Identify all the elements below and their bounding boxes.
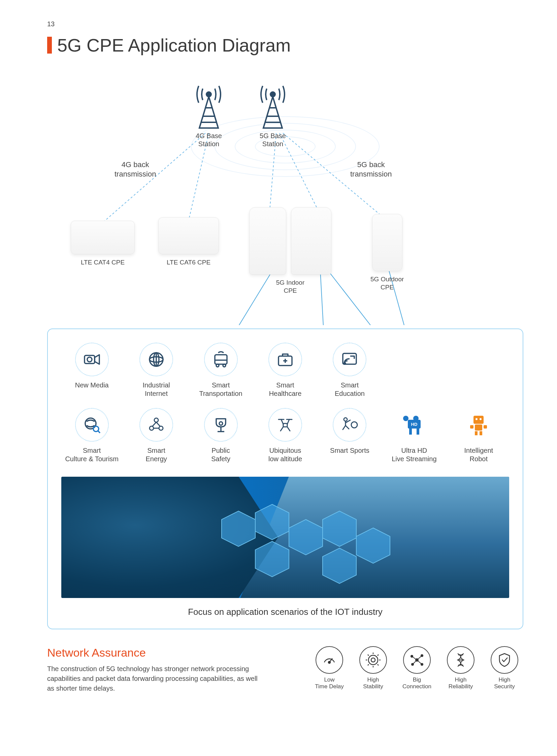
device-label: 5G OutdoorCPE bbox=[371, 275, 404, 291]
cpe-tower-icon bbox=[291, 207, 331, 275]
svg-line-39 bbox=[156, 422, 160, 426]
assurance-label: HighStability bbox=[363, 676, 383, 690]
scenario-smart-energy: SmartEnergy bbox=[126, 408, 186, 463]
scenario-label: Ubiquitouslow altitude bbox=[268, 446, 302, 463]
svg-point-66 bbox=[479, 418, 481, 420]
tower-5g-label: 5G BaseStation bbox=[260, 132, 286, 148]
svg-point-77 bbox=[371, 658, 375, 662]
scenario-label: Smart Sports bbox=[330, 446, 370, 455]
assurance-high-stability: HighStability bbox=[354, 646, 392, 693]
scenario-label: SmartHealthcare bbox=[269, 381, 302, 398]
scenario-smart-sports: Smart Sports bbox=[319, 408, 380, 463]
scenario-public-safety: PublicSafety bbox=[190, 408, 251, 463]
scenario-grid: New MediaIndustrialInternetSmartTranspor… bbox=[61, 343, 509, 463]
assurance-text: The construction of 5G technology has st… bbox=[47, 664, 263, 693]
svg-line-85 bbox=[413, 660, 417, 664]
shield-check-icon bbox=[491, 646, 518, 674]
device-5g-outdoor: 5G OutdoorCPE bbox=[371, 214, 404, 291]
earth-search-icon bbox=[75, 408, 109, 442]
scenario-label: IntelligentRobot bbox=[464, 446, 493, 463]
scenario-smart-tourism: SmartCulture & Tourism bbox=[61, 408, 122, 463]
svg-line-38 bbox=[152, 422, 156, 426]
svg-line-34 bbox=[98, 431, 100, 433]
cpe-tower-icon bbox=[249, 207, 286, 275]
svg-rect-23 bbox=[215, 355, 227, 364]
title-marker bbox=[47, 37, 52, 54]
svg-marker-71 bbox=[323, 511, 356, 547]
assurance-low-delay: LowTime Delay bbox=[311, 646, 348, 693]
device-label: 5G IndoorCPE bbox=[276, 279, 305, 295]
volleyball-icon bbox=[333, 408, 367, 442]
scenario-label: SmartEducation bbox=[335, 381, 365, 398]
medkit-icon bbox=[268, 343, 302, 376]
scenario-ultra-hd: HDUltra HDLive Streaming bbox=[384, 408, 444, 463]
svg-point-31 bbox=[344, 363, 346, 364]
svg-rect-63 bbox=[475, 431, 477, 435]
scenario-smart-education: SmartEducation bbox=[319, 343, 380, 398]
svg-point-35 bbox=[154, 418, 158, 422]
banner-caption: Focus on application scenarios of the IO… bbox=[61, 607, 509, 617]
page-title: 5G CPE Application Diagram bbox=[57, 35, 291, 56]
scenario-label: SmartEnergy bbox=[145, 446, 167, 463]
svg-point-65 bbox=[475, 418, 477, 420]
svg-point-25 bbox=[216, 364, 219, 367]
globe-icon bbox=[139, 343, 173, 376]
svg-line-0 bbox=[101, 133, 205, 224]
antenna-tower-icon bbox=[192, 76, 226, 130]
assurance-title: Network Assurance bbox=[47, 646, 290, 659]
assurance-label: HighReliability bbox=[448, 676, 473, 690]
assurance-icons-row: LowTime DelayHighStabilityBigConnectionH… bbox=[311, 646, 523, 693]
scenario-new-media: New Media bbox=[61, 343, 122, 398]
molecule-icon bbox=[139, 408, 173, 442]
tower-4g: 4G BaseStation bbox=[192, 76, 226, 148]
scenario-industrial-internet: IndustrialInternet bbox=[126, 343, 186, 398]
svg-rect-60 bbox=[475, 424, 482, 430]
assurance-label: HighSecurity bbox=[494, 676, 515, 690]
router-box-icon bbox=[158, 217, 219, 254]
cpe-outdoor-icon bbox=[372, 214, 403, 271]
device-5g-indoor: 5G IndoorCPE bbox=[249, 207, 331, 295]
banner-image bbox=[61, 477, 509, 598]
page-number: 13 bbox=[47, 20, 523, 28]
svg-marker-70 bbox=[289, 520, 323, 555]
scenario-label: IndustrialInternet bbox=[143, 381, 170, 398]
svg-point-75 bbox=[328, 661, 330, 663]
assurance-label: LowTime Delay bbox=[315, 676, 344, 690]
svg-point-36 bbox=[149, 426, 153, 430]
svg-line-83 bbox=[412, 656, 417, 660]
scenario-label: Ultra HDLive Streaming bbox=[392, 446, 436, 463]
svg-line-84 bbox=[417, 655, 422, 660]
tower-4g-label: 4G BaseStation bbox=[196, 132, 222, 148]
scenario-label: SmartTransportation bbox=[199, 381, 242, 398]
drone-icon bbox=[268, 408, 302, 442]
svg-point-33 bbox=[93, 426, 99, 431]
device-label: LTE CAT6 CPE bbox=[167, 258, 210, 267]
router-box-icon bbox=[71, 221, 135, 254]
svg-rect-57 bbox=[417, 428, 419, 435]
svg-point-37 bbox=[159, 426, 163, 430]
assurance-section: Network Assurance The construction of 5G… bbox=[47, 629, 523, 693]
svg-point-41 bbox=[219, 422, 223, 425]
svg-point-55 bbox=[413, 416, 418, 421]
scenario-robot: IntelligentRobot bbox=[448, 408, 509, 463]
svg-marker-67 bbox=[222, 511, 255, 547]
hexagon-overlay-icon bbox=[218, 501, 393, 595]
svg-rect-62 bbox=[483, 425, 487, 428]
bus-icon bbox=[204, 343, 238, 376]
svg-rect-48 bbox=[283, 423, 287, 427]
svg-rect-56 bbox=[409, 428, 412, 435]
device-lte-cat6: LTE CAT6 CPE bbox=[158, 217, 219, 267]
dna-icon bbox=[447, 646, 474, 674]
assurance-label: BigConnection bbox=[403, 676, 431, 690]
tower-5g: 5G BaseStation bbox=[256, 76, 290, 148]
assurance-high-reliability: HighReliability bbox=[442, 646, 479, 693]
cctv-icon bbox=[204, 408, 238, 442]
scenario-label: PublicSafety bbox=[211, 446, 230, 463]
assurance-high-security: HighSecurity bbox=[486, 646, 523, 693]
svg-marker-68 bbox=[255, 504, 289, 540]
diagram-area: 4G BaseStation 5G BaseStation 4G backtra… bbox=[47, 76, 523, 325]
gear-target-icon bbox=[359, 646, 387, 674]
cast-icon bbox=[333, 343, 367, 376]
camera-icon bbox=[75, 343, 109, 376]
robot-icon bbox=[462, 408, 495, 442]
